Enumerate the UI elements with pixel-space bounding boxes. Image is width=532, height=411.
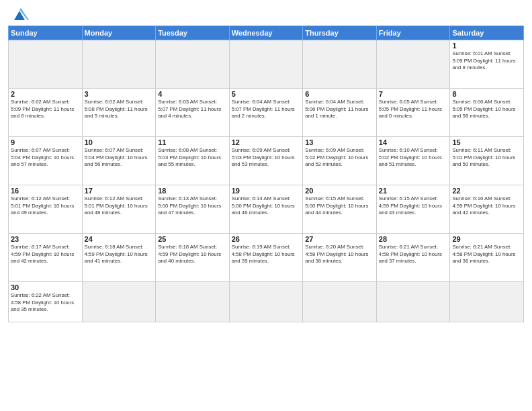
day-number: 15 [452,138,521,146]
day-info: Sunrise: 6:18 AM Sunset: 4:59 PM Dayligh… [85,244,154,265]
header [8,7,524,21]
calendar-cell: 16Sunrise: 6:12 AM Sunset: 5:01 PM Dayli… [9,185,83,234]
calendar-cell [229,282,303,322]
day-info: Sunrise: 6:01 AM Sunset: 5:09 PM Dayligh… [452,50,521,72]
calendar-cell: 7Sunrise: 6:05 AM Sunset: 5:05 PM Daylig… [376,89,450,137]
day-info: Sunrise: 6:15 AM Sunset: 4:59 PM Dayligh… [379,195,448,217]
calendar-cell [450,282,524,322]
calendar-header-row: SundayMondayTuesdayWednesdayThursdayFrid… [9,26,524,40]
day-info: Sunrise: 6:09 AM Sunset: 5:02 PM Dayligh… [305,147,374,169]
calendar-header-friday: Friday [376,26,450,40]
day-number: 24 [85,235,154,243]
calendar-cell: 6Sunrise: 6:04 AM Sunset: 5:06 PM Daylig… [303,89,377,137]
calendar-cell: 15Sunrise: 6:11 AM Sunset: 5:01 PM Dayli… [450,137,524,185]
day-number: 14 [379,138,448,146]
page: SundayMondayTuesdayWednesdayThursdayFrid… [0,0,532,411]
calendar-table: SundayMondayTuesdayWednesdayThursdayFrid… [8,26,524,322]
calendar-cell: 30Sunrise: 6:22 AM Sunset: 4:58 PM Dayli… [9,282,83,322]
calendar-cell: 24Sunrise: 6:18 AM Sunset: 4:59 PM Dayli… [82,234,156,282]
day-number: 13 [305,138,374,146]
calendar-cell [9,40,83,89]
day-info: Sunrise: 6:02 AM Sunset: 5:08 PM Dayligh… [85,99,154,120]
day-number: 4 [158,90,227,98]
day-number: 9 [11,138,80,146]
calendar-cell: 26Sunrise: 6:19 AM Sunset: 4:58 PM Dayli… [229,234,303,282]
calendar-cell: 3Sunrise: 6:02 AM Sunset: 5:08 PM Daylig… [82,89,156,137]
calendar-header-monday: Monday [82,26,156,40]
day-info: Sunrise: 6:14 AM Sunset: 5:00 PM Dayligh… [232,195,301,217]
calendar-cell: 11Sunrise: 6:08 AM Sunset: 5:03 PM Dayli… [156,137,230,185]
day-number: 6 [305,90,374,98]
logo-icon [10,7,29,21]
day-info: Sunrise: 6:22 AM Sunset: 4:58 PM Dayligh… [11,292,80,314]
day-info: Sunrise: 6:21 AM Sunset: 4:58 PM Dayligh… [379,244,448,265]
day-number: 25 [158,235,227,243]
calendar-cell: 20Sunrise: 6:15 AM Sunset: 5:00 PM Dayli… [303,185,377,234]
calendar-header-sunday: Sunday [9,26,83,40]
calendar-cell: 5Sunrise: 6:04 AM Sunset: 5:07 PM Daylig… [229,89,303,137]
calendar-cell: 1Sunrise: 6:01 AM Sunset: 5:09 PM Daylig… [450,40,524,89]
day-number: 10 [85,138,154,146]
calendar-cell [229,40,303,89]
calendar-cell [303,282,377,322]
day-info: Sunrise: 6:20 AM Sunset: 4:58 PM Dayligh… [305,244,374,265]
day-info: Sunrise: 6:17 AM Sunset: 4:59 PM Dayligh… [11,244,80,265]
day-number: 8 [452,90,521,98]
day-info: Sunrise: 6:19 AM Sunset: 4:58 PM Dayligh… [232,244,301,265]
calendar-week-4: 16Sunrise: 6:12 AM Sunset: 5:01 PM Dayli… [9,185,524,234]
calendar-cell: 19Sunrise: 6:14 AM Sunset: 5:00 PM Dayli… [229,185,303,234]
calendar-cell: 8Sunrise: 6:06 AM Sunset: 5:05 PM Daylig… [450,89,524,137]
day-number: 12 [232,138,301,146]
calendar-cell: 14Sunrise: 6:10 AM Sunset: 5:02 PM Dayli… [376,137,450,185]
calendar-header-tuesday: Tuesday [156,26,230,40]
day-info: Sunrise: 6:12 AM Sunset: 5:01 PM Dayligh… [85,195,154,217]
calendar-cell: 12Sunrise: 6:09 AM Sunset: 5:03 PM Dayli… [229,137,303,185]
day-info: Sunrise: 6:07 AM Sunset: 5:04 PM Dayligh… [11,147,80,169]
day-info: Sunrise: 6:03 AM Sunset: 5:07 PM Dayligh… [158,99,227,120]
calendar-week-6: 30Sunrise: 6:22 AM Sunset: 4:58 PM Dayli… [9,282,524,322]
day-info: Sunrise: 6:10 AM Sunset: 5:02 PM Dayligh… [379,147,448,169]
day-number: 1 [452,42,521,50]
day-info: Sunrise: 6:08 AM Sunset: 5:03 PM Dayligh… [158,147,227,169]
calendar-cell: 17Sunrise: 6:12 AM Sunset: 5:01 PM Dayli… [82,185,156,234]
calendar-cell: 27Sunrise: 6:20 AM Sunset: 4:58 PM Dayli… [303,234,377,282]
day-number: 18 [158,187,227,195]
calendar-cell: 23Sunrise: 6:17 AM Sunset: 4:59 PM Dayli… [9,234,83,282]
day-number: 17 [85,187,154,195]
day-info: Sunrise: 6:09 AM Sunset: 5:03 PM Dayligh… [232,147,301,169]
calendar-cell [303,40,377,89]
calendar-cell: 28Sunrise: 6:21 AM Sunset: 4:58 PM Dayli… [376,234,450,282]
day-number: 27 [305,235,374,243]
day-info: Sunrise: 6:02 AM Sunset: 5:09 PM Dayligh… [11,99,80,120]
day-number: 28 [379,235,448,243]
calendar-week-2: 2Sunrise: 6:02 AM Sunset: 5:09 PM Daylig… [9,89,524,137]
day-info: Sunrise: 6:06 AM Sunset: 5:05 PM Dayligh… [452,99,521,120]
calendar-cell: 9Sunrise: 6:07 AM Sunset: 5:04 PM Daylig… [9,137,83,185]
calendar-week-3: 9Sunrise: 6:07 AM Sunset: 5:04 PM Daylig… [9,137,524,185]
calendar-cell: 10Sunrise: 6:07 AM Sunset: 5:04 PM Dayli… [82,137,156,185]
calendar-cell: 4Sunrise: 6:03 AM Sunset: 5:07 PM Daylig… [156,89,230,137]
day-number: 20 [305,187,374,195]
calendar-week-5: 23Sunrise: 6:17 AM Sunset: 4:59 PM Dayli… [9,234,524,282]
day-info: Sunrise: 6:18 AM Sunset: 4:59 PM Dayligh… [158,244,227,265]
calendar-cell [156,40,230,89]
day-number: 5 [232,90,301,98]
calendar-header-saturday: Saturday [450,26,524,40]
day-info: Sunrise: 6:16 AM Sunset: 4:59 PM Dayligh… [452,195,521,217]
day-info: Sunrise: 6:11 AM Sunset: 5:01 PM Dayligh… [452,147,521,169]
day-number: 30 [11,283,80,291]
calendar-header-thursday: Thursday [303,26,377,40]
day-number: 29 [452,235,521,243]
calendar-cell [82,282,156,322]
calendar-cell: 2Sunrise: 6:02 AM Sunset: 5:09 PM Daylig… [9,89,83,137]
day-info: Sunrise: 6:05 AM Sunset: 5:05 PM Dayligh… [379,99,448,120]
calendar-cell [82,40,156,89]
day-number: 23 [11,235,80,243]
day-number: 16 [11,187,80,195]
calendar-cell: 13Sunrise: 6:09 AM Sunset: 5:02 PM Dayli… [303,137,377,185]
day-number: 7 [379,90,448,98]
calendar-cell: 18Sunrise: 6:13 AM Sunset: 5:00 PM Dayli… [156,185,230,234]
day-number: 26 [232,235,301,243]
day-info: Sunrise: 6:07 AM Sunset: 5:04 PM Dayligh… [85,147,154,169]
calendar-cell: 22Sunrise: 6:16 AM Sunset: 4:59 PM Dayli… [450,185,524,234]
